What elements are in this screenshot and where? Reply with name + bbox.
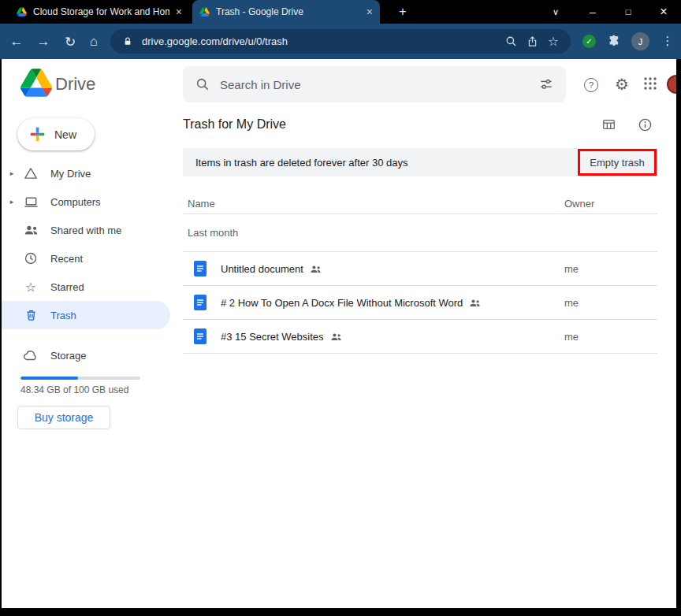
tab-close-icon[interactable]: × xyxy=(176,6,182,17)
account-avatar[interactable] xyxy=(667,75,676,94)
annotation-red-box: Empty trash xyxy=(578,149,657,176)
browser-titlebar: Cloud Storage for Work and Hom × Trash -… xyxy=(0,0,681,24)
sidebar-item-label: Starred xyxy=(50,281,84,293)
section-last-month: Last month xyxy=(183,214,657,252)
info-icon[interactable] xyxy=(636,116,653,133)
computers-icon xyxy=(22,195,39,210)
shared-people-icon xyxy=(22,225,39,236)
trash-icon xyxy=(22,308,39,322)
google-docs-icon xyxy=(194,328,207,344)
owner-label: me xyxy=(564,331,579,343)
home-button[interactable]: ⌂ xyxy=(84,32,104,52)
new-button[interactable]: New xyxy=(17,118,95,150)
share-icon[interactable] xyxy=(525,35,539,47)
sidebar-item-starred[interactable]: ☆ Starred xyxy=(2,273,170,301)
zoom-icon[interactable] xyxy=(504,35,518,47)
browser-toolbar: ← → ↻ ⌂ drive.google.com/drive/u/0/trash… xyxy=(0,24,681,59)
drive-favicon-icon xyxy=(199,7,210,17)
star-icon: ☆ xyxy=(22,280,39,295)
sidebar-item-label: Storage xyxy=(50,350,87,362)
table-header: Name Owner xyxy=(183,193,657,214)
bookmark-star-icon[interactable]: ☆ xyxy=(546,34,560,49)
owner-label: me xyxy=(564,297,579,309)
settings-gear-icon[interactable]: ⚙ xyxy=(613,76,631,93)
reload-button[interactable]: ↻ xyxy=(60,32,80,52)
my-drive-icon xyxy=(22,166,39,180)
back-button[interactable]: ← xyxy=(6,32,27,52)
sidebar-item-storage[interactable]: Storage xyxy=(2,341,170,369)
file-row[interactable]: # 2 How To Open A Docx File Without Micr… xyxy=(183,286,657,320)
extensions-puzzle-icon[interactable] xyxy=(608,34,621,47)
sidebar-item-computers[interactable]: ▸ Computers xyxy=(2,187,170,216)
forward-button[interactable]: → xyxy=(33,32,54,52)
column-header-owner[interactable]: Owner xyxy=(564,198,594,210)
lock-icon xyxy=(121,36,135,46)
search-options-icon[interactable] xyxy=(539,77,553,91)
app-name: Drive xyxy=(55,74,95,95)
tab-trash-google-drive[interactable]: Trash - Google Drive × xyxy=(192,0,380,24)
expand-arrow-icon[interactable]: ▸ xyxy=(2,198,22,206)
window-maximize-button[interactable]: □ xyxy=(616,0,640,24)
sidebar-item-trash[interactable]: Trash xyxy=(2,301,170,329)
tab-title: Cloud Storage for Work and Hom xyxy=(33,6,169,17)
drive-logo[interactable] xyxy=(20,69,52,100)
tab-search-chevron-icon[interactable]: ∨ xyxy=(544,0,568,24)
sidebar-item-label: Shared with me xyxy=(50,225,121,236)
grid-view-icon[interactable] xyxy=(600,116,617,133)
help-icon[interactable]: ? xyxy=(584,78,598,92)
sidebar-item-label: My Drive xyxy=(50,168,91,180)
tab-title: Trash - Google Drive xyxy=(216,6,360,17)
drive-page: Drive ? ⚙ New ▸ My xyxy=(2,59,676,608)
trash-banner: Items in trash are deleted forever after… xyxy=(183,148,657,176)
column-header-name[interactable]: Name xyxy=(188,198,215,210)
expand-arrow-icon[interactable]: ▸ xyxy=(2,169,22,177)
file-row[interactable]: #3 15 Secret Websites me xyxy=(183,320,657,354)
google-docs-icon xyxy=(194,261,207,276)
drive-favicon-icon xyxy=(17,7,27,17)
window-minimize-button[interactable]: – xyxy=(581,0,605,24)
file-name: # 2 How To Open A Docx File Without Micr… xyxy=(221,297,463,309)
sidebar-item-my-drive[interactable]: ▸ My Drive xyxy=(2,159,170,187)
search-input[interactable] xyxy=(220,78,529,91)
plus-icon xyxy=(29,126,46,143)
drive-search-bar[interactable] xyxy=(183,66,566,102)
new-button-label: New xyxy=(54,128,76,141)
search-icon xyxy=(195,77,210,91)
new-tab-button[interactable]: + xyxy=(394,3,411,20)
google-docs-icon xyxy=(194,295,207,310)
url-text: drive.google.com/drive/u/0/trash xyxy=(142,35,497,47)
extension-check-icon[interactable]: ✓ xyxy=(582,35,596,48)
sidebar-item-shared-with-me[interactable]: Shared with me xyxy=(2,216,170,244)
sidebar-item-label: Recent xyxy=(50,253,83,265)
google-apps-grid-icon[interactable] xyxy=(643,76,657,91)
section-label: Last month xyxy=(188,227,238,239)
window-close-button[interactable]: × xyxy=(652,0,675,24)
cloud-icon xyxy=(22,350,39,362)
buy-storage-button[interactable]: Buy storage xyxy=(17,406,110,429)
page-title: Trash for My Drive xyxy=(183,117,286,132)
sidebar-item-label: Trash xyxy=(50,310,76,321)
tab-cloud-storage[interactable]: Cloud Storage for Work and Hom × xyxy=(9,0,189,24)
banner-message: Items in trash are deleted forever after… xyxy=(195,157,408,169)
file-name: Untitled document xyxy=(221,263,303,275)
shared-people-icon xyxy=(310,265,322,273)
browser-window: Cloud Storage for Work and Hom × Trash -… xyxy=(0,0,681,616)
storage-progress-fill xyxy=(20,377,78,380)
browser-menu-icon[interactable]: ⋮ xyxy=(661,30,674,52)
storage-usage-text: 48.34 GB of 100 GB used xyxy=(20,384,128,395)
clock-icon xyxy=(22,251,39,265)
file-name: #3 15 Secret Websites xyxy=(221,331,324,343)
shared-people-icon xyxy=(469,299,481,307)
owner-label: me xyxy=(564,263,579,275)
empty-trash-button[interactable]: Empty trash xyxy=(580,151,654,173)
sidebar-item-recent[interactable]: Recent xyxy=(2,244,170,273)
storage-progress-bar xyxy=(20,377,140,380)
address-bar[interactable]: drive.google.com/drive/u/0/trash ☆ xyxy=(110,29,571,54)
file-row[interactable]: Untitled document me xyxy=(183,252,657,286)
shared-people-icon xyxy=(330,332,342,341)
tab-close-icon[interactable]: × xyxy=(367,6,373,17)
sidebar-item-label: Computers xyxy=(50,196,101,208)
browser-profile-avatar[interactable]: J xyxy=(631,32,649,50)
